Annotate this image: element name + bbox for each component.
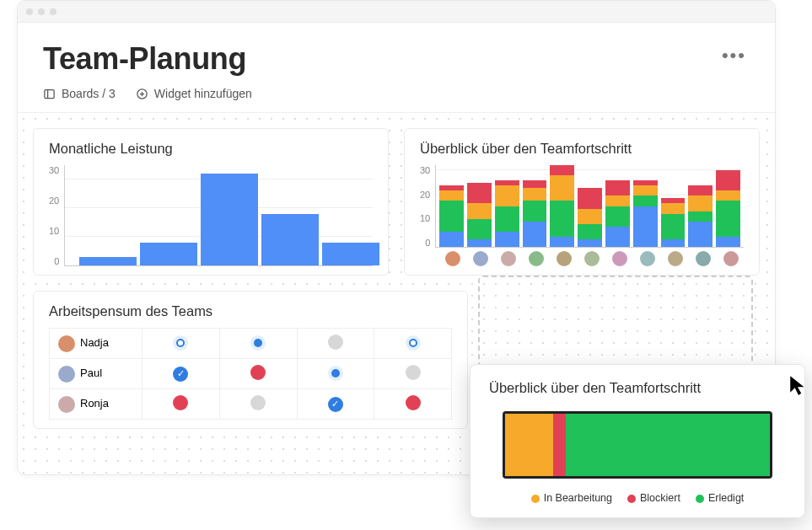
workload-card[interactable]: Arbeitspensum des Teams NadjaPaul✓Ronja✓: [33, 291, 468, 429]
legend-item-in-progress: In Bearbeitung: [531, 492, 612, 504]
team-progress-card[interactable]: Überblick über den Teamfortschritt 30201…: [404, 128, 760, 276]
status-cell[interactable]: [374, 329, 452, 359]
avatar: [612, 251, 627, 266]
stacked-bar: [605, 165, 630, 247]
table-row: Paul✓: [50, 359, 452, 389]
avatar: [723, 251, 739, 266]
member-name: Paul: [80, 367, 102, 379]
bar: [191, 165, 248, 265]
traffic-light-dot: [50, 8, 56, 15]
stacked-bar: [467, 165, 492, 247]
battery-segment: [505, 414, 553, 476]
more-menu-button[interactable]: •••: [718, 41, 750, 70]
avatar: [58, 335, 75, 352]
member-name-cell: Paul: [50, 359, 143, 389]
status-cell[interactable]: [219, 329, 297, 359]
boards-breadcrumb[interactable]: Boards / 3: [43, 87, 116, 100]
battery-segment: [553, 414, 567, 476]
legend-dot-icon: [696, 495, 704, 503]
card-title: Überblick über den Teamfortschritt: [489, 380, 786, 396]
progress-battery-chart: [503, 411, 772, 479]
stacked-bar: [439, 165, 464, 247]
status-cell[interactable]: [297, 359, 374, 389]
stacked-bar: [688, 165, 713, 247]
bar: [129, 165, 186, 265]
stacked-bar: [550, 165, 574, 247]
stacked-bar: [495, 165, 519, 247]
status-cell[interactable]: ✓: [297, 389, 374, 420]
card-title: Monatliche Leistung: [49, 141, 373, 157]
team-progress-overlay-card[interactable]: Überblick über den Teamfortschritt In Be…: [470, 364, 805, 518]
battery-segment: [566, 414, 770, 476]
add-widget-button[interactable]: Widget hinzufügen: [136, 87, 252, 100]
status-cell[interactable]: [297, 329, 374, 359]
avatar: [584, 251, 600, 266]
avatar: [668, 251, 683, 266]
avatar: [58, 366, 75, 383]
status-cell[interactable]: [374, 389, 452, 420]
status-cell[interactable]: [374, 359, 452, 389]
cursor-icon: [788, 373, 809, 397]
member-name-cell: Ronja: [50, 389, 143, 420]
avatar: [473, 251, 488, 266]
avatar: [640, 251, 655, 266]
monthly-performance-chart: 3020100: [49, 165, 373, 266]
card-title: Arbeitspensum des Teams: [49, 303, 452, 319]
page-title: Team-Planung: [43, 41, 246, 77]
legend-dot-icon: [627, 495, 636, 503]
team-progress-chart: 3020100: [420, 165, 744, 248]
status-cell[interactable]: [219, 359, 297, 389]
stacked-bar: [523, 165, 547, 247]
status-cell[interactable]: [143, 329, 220, 359]
avatar: [557, 251, 572, 266]
avatar: [696, 251, 711, 266]
traffic-light-dot: [26, 8, 33, 15]
status-cell[interactable]: ✓: [143, 359, 220, 389]
avatar: [445, 251, 460, 266]
legend-dot-icon: [531, 495, 540, 503]
plus-circle-icon: [136, 88, 148, 100]
traffic-light-dot: [38, 8, 45, 15]
window-titlebar: [18, 1, 775, 23]
svg-rect-0: [45, 89, 54, 98]
bar: [251, 165, 309, 265]
status-cell[interactable]: [219, 389, 297, 420]
legend-item-blocked: Blockiert: [627, 492, 680, 504]
bar: [312, 165, 369, 265]
avatar: [529, 251, 544, 266]
card-title: Überblick über den Teamfortschritt: [420, 141, 744, 157]
stacked-bar: [633, 165, 658, 247]
status-cell[interactable]: [143, 389, 220, 420]
monthly-performance-card[interactable]: Monatliche Leistung 3020100: [33, 128, 389, 276]
stacked-bar: [661, 165, 686, 247]
table-row: Ronja✓: [50, 389, 452, 420]
member-name-cell: Nadja: [50, 329, 143, 359]
stacked-bar: [578, 165, 602, 247]
stacked-bar: [716, 165, 740, 247]
member-name: Nadja: [80, 336, 109, 349]
progress-legend: In Bearbeitung Blockiert Erledigt: [489, 492, 786, 504]
board-icon: [43, 88, 56, 100]
bar: [68, 165, 126, 265]
avatar: [501, 251, 516, 266]
table-row: Nadja: [50, 329, 452, 359]
team-progress-avatars: [420, 251, 744, 266]
avatar: [58, 396, 75, 413]
member-name: Ronja: [80, 397, 109, 410]
legend-item-done: Erledigt: [696, 492, 744, 504]
add-widget-label: Widget hinzufügen: [154, 87, 252, 100]
workload-table: NadjaPaul✓Ronja✓: [49, 328, 452, 420]
boards-label: Boards / 3: [62, 87, 116, 100]
